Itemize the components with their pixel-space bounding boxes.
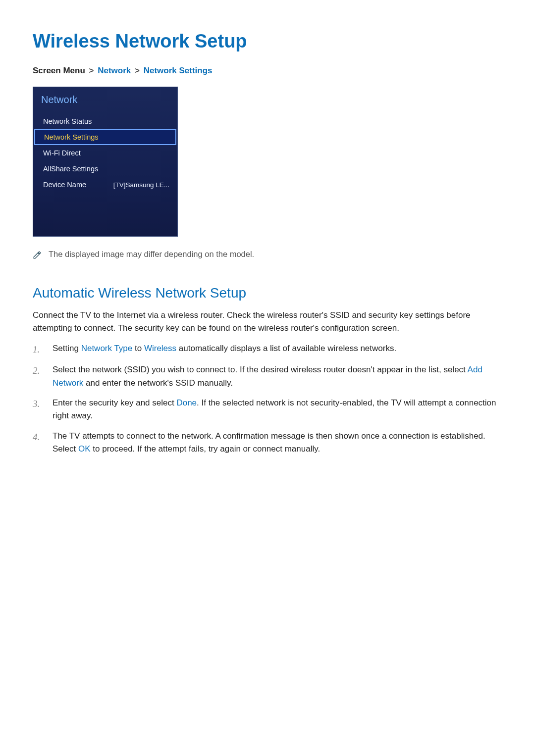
step-text: and enter the network's SSID manually. bbox=[83, 378, 233, 388]
step-text: Setting bbox=[53, 344, 81, 353]
section-intro: Connect the TV to the Internet via a wir… bbox=[33, 309, 502, 334]
step-text: to proceed. If the attempt fails, try ag… bbox=[91, 444, 321, 454]
page-title: Wireless Network Setup bbox=[33, 31, 502, 52]
menu-item-label: AllShare Settings bbox=[43, 165, 98, 173]
breadcrumb-prefix: Screen Menu bbox=[33, 66, 85, 75]
step-highlight: Done bbox=[176, 398, 197, 407]
step-item: Setting Network Type to Wireless automat… bbox=[33, 342, 502, 356]
step-item: Select the network (SSID) you wish to co… bbox=[33, 363, 502, 390]
step-text: Select the network (SSID) you wish to co… bbox=[53, 365, 468, 374]
breadcrumb-sep: > bbox=[135, 66, 140, 75]
menu-item-label: Network Status bbox=[43, 117, 92, 125]
menu-item-label: Device Name bbox=[43, 181, 86, 189]
step-item: The TV attempts to connect to the networ… bbox=[33, 430, 502, 456]
step-body: Setting Network Type to Wireless automat… bbox=[53, 342, 502, 356]
menu-header: Network bbox=[33, 87, 177, 113]
breadcrumb-sep: > bbox=[89, 66, 94, 75]
menu-item-label: Network Settings bbox=[44, 133, 99, 141]
step-list: Setting Network Type to Wireless automat… bbox=[33, 342, 502, 456]
network-menu-panel: Network Network StatusNetwork SettingsWi… bbox=[33, 87, 178, 237]
breadcrumb-network-settings[interactable]: Network Settings bbox=[144, 66, 213, 75]
step-text: Enter the security key and select bbox=[53, 398, 176, 407]
note-row: The displayed image may differ depending… bbox=[33, 250, 502, 259]
menu-panel-spacer bbox=[33, 193, 177, 236]
menu-item-network-status[interactable]: Network Status bbox=[33, 113, 177, 129]
menu-item-value: [TV]Samsung LE... bbox=[113, 181, 169, 189]
step-body: Enter the security key and select Done. … bbox=[53, 397, 502, 423]
pencil-icon bbox=[33, 251, 42, 259]
menu-item-network-settings[interactable]: Network Settings bbox=[34, 129, 176, 145]
breadcrumb: Screen Menu > Network > Network Settings bbox=[33, 66, 502, 76]
menu-item-device-name[interactable]: Device Name[TV]Samsung LE... bbox=[33, 177, 177, 193]
step-highlight: OK bbox=[78, 444, 91, 454]
breadcrumb-network[interactable]: Network bbox=[98, 66, 131, 75]
menu-item-label: Wi-Fi Direct bbox=[43, 149, 81, 157]
step-body: Select the network (SSID) you wish to co… bbox=[53, 363, 502, 390]
step-item: Enter the security key and select Done. … bbox=[33, 397, 502, 423]
step-text: automatically displays a list of availab… bbox=[176, 344, 396, 353]
note-text: The displayed image may differ depending… bbox=[49, 250, 254, 259]
menu-item-allshare-settings[interactable]: AllShare Settings bbox=[33, 161, 177, 177]
step-highlight: Network Type bbox=[81, 344, 133, 353]
step-text: to bbox=[132, 344, 144, 353]
menu-item-wi-fi-direct[interactable]: Wi-Fi Direct bbox=[33, 145, 177, 161]
section-title: Automatic Wireless Network Setup bbox=[33, 285, 502, 301]
step-highlight: Wireless bbox=[144, 344, 176, 353]
step-body: The TV attempts to connect to the networ… bbox=[53, 430, 502, 456]
